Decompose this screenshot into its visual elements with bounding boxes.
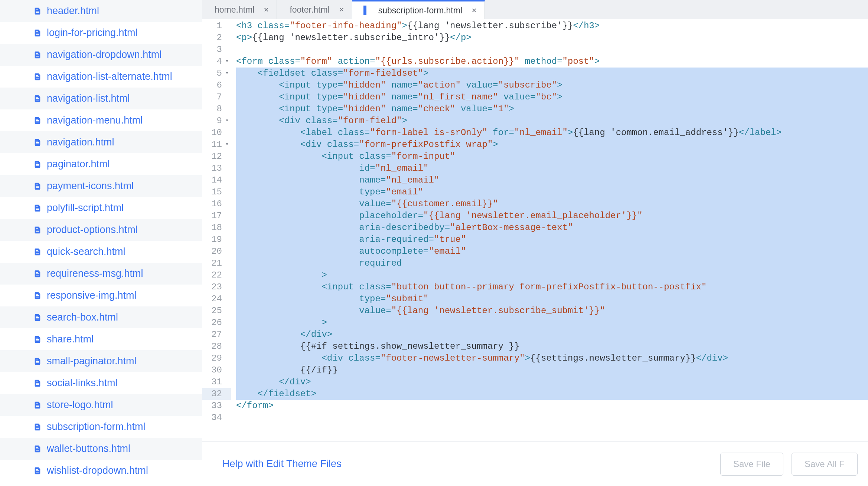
gutter-line[interactable]: 19: [202, 234, 231, 246]
code-line[interactable]: </div>: [236, 376, 868, 388]
editor-tab[interactable]: footer.html: [277, 0, 352, 19]
gutter-line[interactable]: 22: [202, 269, 231, 281]
editor-tab[interactable]: subscription-form.html: [352, 0, 485, 19]
code-editor[interactable]: 1234▾5▾6789▾1011▾12131415161718192021222…: [202, 19, 868, 441]
code-line[interactable]: <input type="hidden" name="nl_first_name…: [236, 91, 868, 103]
close-icon[interactable]: [262, 6, 270, 13]
gutter-line[interactable]: 28: [202, 341, 231, 352]
gutter-line[interactable]: 27: [202, 329, 231, 341]
code-line[interactable]: id="nl_email": [236, 162, 868, 174]
code-line[interactable]: type="submit": [236, 293, 868, 305]
code-line[interactable]: </form>: [236, 400, 868, 412]
gutter-line[interactable]: 4▾: [202, 56, 231, 68]
gutter-line[interactable]: 13: [202, 162, 231, 174]
gutter-line[interactable]: 12: [202, 151, 231, 162]
file-tree-item[interactable]: paginator.html: [0, 153, 202, 175]
gutter-line[interactable]: 11▾: [202, 139, 231, 151]
file-tree-item[interactable]: quick-search.html: [0, 241, 202, 263]
code-line[interactable]: <input type="hidden" name="check" value=…: [236, 103, 868, 115]
gutter-line[interactable]: 30: [202, 364, 231, 376]
gutter-line[interactable]: 14: [202, 174, 231, 186]
code-line[interactable]: value="{{customer.email}}": [236, 198, 868, 210]
code-line[interactable]: aria-describedby="alertBox-message-text": [236, 222, 868, 234]
file-tree-item[interactable]: payment-icons.html: [0, 175, 202, 197]
file-tree-item[interactable]: store-logo.html: [0, 394, 202, 416]
close-icon[interactable]: [470, 7, 478, 14]
help-link[interactable]: Help with Edit Theme Files: [222, 458, 342, 470]
fold-toggle-icon[interactable]: ▾: [223, 68, 229, 79]
code-line[interactable]: {{#if settings.show_newsletter_summary }…: [236, 341, 868, 352]
gutter-line[interactable]: 3: [202, 44, 231, 56]
gutter-line[interactable]: 15: [202, 186, 231, 198]
gutter-line[interactable]: 7: [202, 91, 231, 103]
file-tree-item[interactable]: responsive-img.html: [0, 285, 202, 306]
gutter-line[interactable]: 16: [202, 198, 231, 210]
file-tree-item[interactable]: navigation.html: [0, 131, 202, 153]
code-line[interactable]: aria-required="true": [236, 234, 868, 246]
gutter-line[interactable]: 6: [202, 79, 231, 91]
code-line[interactable]: value="{{lang 'newsletter.subscribe_subm…: [236, 305, 868, 317]
gutter-line[interactable]: 34: [202, 412, 231, 424]
file-tree-item[interactable]: navigation-menu.html: [0, 109, 202, 131]
file-tree-item[interactable]: header.html: [0, 0, 202, 22]
gutter-line[interactable]: 2: [202, 32, 231, 44]
gutter-line[interactable]: 17: [202, 210, 231, 222]
code-line[interactable]: <div class="form-prefixPostfix wrap">: [236, 139, 868, 151]
gutter-line[interactable]: 31: [202, 376, 231, 388]
code-line[interactable]: [236, 44, 868, 56]
file-tree-item[interactable]: requireness-msg.html: [0, 263, 202, 285]
code-line[interactable]: required: [236, 257, 868, 269]
editor-tab[interactable]: home.html: [202, 0, 277, 19]
code-line[interactable]: </fieldset>: [236, 388, 868, 400]
gutter-line[interactable]: 1: [202, 20, 231, 32]
gutter-line[interactable]: 21: [202, 257, 231, 269]
code-line[interactable]: type="email": [236, 186, 868, 198]
gutter-line[interactable]: 9▾: [202, 115, 231, 127]
gutter-line[interactable]: 5▾: [202, 68, 231, 79]
gutter-line[interactable]: 18: [202, 222, 231, 234]
file-tree-item[interactable]: navigation-list-alternate.html: [0, 66, 202, 88]
file-tree-sidebar[interactable]: header.htmllogin-for-pricing.htmlnavigat…: [0, 0, 202, 486]
code-line[interactable]: <h3 class="footer-info-heading">{{lang '…: [236, 20, 868, 32]
file-tree-item[interactable]: search-box.html: [0, 306, 202, 328]
code-line[interactable]: <input type="hidden" name="action" value…: [236, 79, 868, 91]
gutter-line[interactable]: 8: [202, 103, 231, 115]
file-tree-item[interactable]: wishlist-dropdown.html: [0, 460, 202, 482]
gutter-line[interactable]: 20: [202, 246, 231, 257]
code-line[interactable]: {{/if}}: [236, 364, 868, 376]
gutter-line[interactable]: 25: [202, 305, 231, 317]
code-line[interactable]: <p>{{lang 'newsletter.subscribe_intro'}}…: [236, 32, 868, 44]
code-line[interactable]: placeholder="{{lang 'newsletter.email_pl…: [236, 210, 868, 222]
file-tree-item[interactable]: product-options.html: [0, 219, 202, 241]
file-tree-item[interactable]: share.html: [0, 328, 202, 350]
close-icon[interactable]: [338, 6, 345, 13]
file-tree-item[interactable]: polyfill-script.html: [0, 197, 202, 219]
gutter-line[interactable]: 33: [202, 400, 231, 412]
fold-toggle-icon[interactable]: ▾: [223, 139, 229, 151]
gutter-line[interactable]: 24: [202, 293, 231, 305]
gutter-line[interactable]: 32: [202, 388, 231, 400]
code-area[interactable]: <h3 class="footer-info-heading">{{lang '…: [231, 19, 868, 441]
code-line[interactable]: autocomplete="email": [236, 246, 868, 257]
gutter-line[interactable]: 26: [202, 317, 231, 329]
code-line[interactable]: >: [236, 269, 868, 281]
code-line[interactable]: <input class="button button--primary for…: [236, 281, 868, 293]
fold-toggle-icon[interactable]: ▾: [223, 115, 229, 127]
file-tree-item[interactable]: navigation-list.html: [0, 88, 202, 109]
gutter-line[interactable]: 23: [202, 281, 231, 293]
file-tree-item[interactable]: small-paginator.html: [0, 350, 202, 372]
code-line[interactable]: >: [236, 317, 868, 329]
file-tree-item[interactable]: navigation-dropdown.html: [0, 44, 202, 66]
save-file-button[interactable]: Save File: [720, 453, 783, 476]
file-tree-item[interactable]: login-for-pricing.html: [0, 22, 202, 44]
gutter-line[interactable]: 29: [202, 352, 231, 364]
code-line[interactable]: [236, 412, 868, 424]
file-tree-item[interactable]: subscription-form.html: [0, 416, 202, 438]
file-tree-item[interactable]: social-links.html: [0, 372, 202, 394]
save-all-button[interactable]: Save All F: [792, 453, 858, 476]
fold-toggle-icon[interactable]: ▾: [223, 56, 229, 68]
code-line[interactable]: <label class="form-label is-srOnly" for=…: [236, 127, 868, 139]
code-line[interactable]: <form class="form" action="{{urls.subscr…: [236, 56, 868, 68]
code-line[interactable]: <div class="footer-newsletter-summary">{…: [236, 352, 868, 364]
code-line[interactable]: name="nl_email": [236, 174, 868, 186]
